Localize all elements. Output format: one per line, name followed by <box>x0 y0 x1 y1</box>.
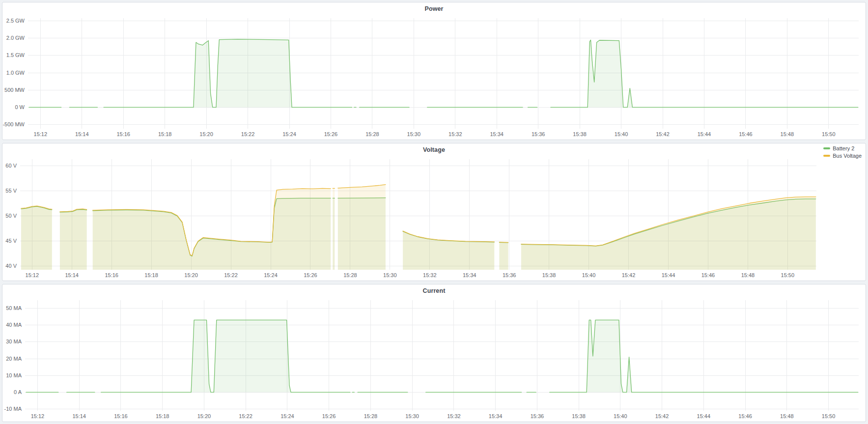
svg-text:15:40: 15:40 <box>582 272 596 278</box>
svg-text:15:30: 15:30 <box>383 272 397 278</box>
svg-text:15:48: 15:48 <box>741 272 755 278</box>
svg-text:15:36: 15:36 <box>503 272 516 278</box>
svg-text:15:16: 15:16 <box>105 272 118 278</box>
legend-item-battery-2[interactable]: Battery 2 <box>823 145 862 151</box>
svg-text:15:42: 15:42 <box>656 131 670 137</box>
svg-text:15:24: 15:24 <box>280 413 294 419</box>
svg-text:15:30: 15:30 <box>407 131 421 137</box>
svg-text:15:22: 15:22 <box>241 131 255 137</box>
svg-text:15:38: 15:38 <box>542 272 556 278</box>
svg-text:15:38: 15:38 <box>573 131 587 137</box>
svg-text:15:16: 15:16 <box>114 413 128 419</box>
bus-voltage-series-swatch-icon <box>823 155 830 157</box>
svg-text:55 V: 55 V <box>5 188 17 194</box>
current-panel: Current 15:1215:1415:1615:1815:2015:2215… <box>2 284 866 422</box>
svg-text:0 A: 0 A <box>14 389 22 395</box>
svg-text:15:14: 15:14 <box>75 131 89 137</box>
svg-text:50 V: 50 V <box>5 213 17 219</box>
svg-text:-500 MW: -500 MW <box>2 121 25 127</box>
svg-text:15:32: 15:32 <box>447 413 461 419</box>
svg-text:15:22: 15:22 <box>239 413 252 419</box>
power-panel: Power 15:1215:1415:1615:1815:2015:2215:2… <box>2 2 866 140</box>
svg-text:15:34: 15:34 <box>489 413 503 419</box>
svg-text:15:24: 15:24 <box>264 272 278 278</box>
svg-text:15:28: 15:28 <box>343 272 357 278</box>
svg-text:15:48: 15:48 <box>781 131 794 137</box>
power-chart[interactable]: 15:1215:1415:1615:1815:2015:2215:2415:26… <box>2 15 866 140</box>
power-panel-header: Power <box>2 2 866 15</box>
svg-text:15:26: 15:26 <box>304 272 317 278</box>
legend-label-bus-voltage: Bus Voltage <box>833 153 862 159</box>
svg-text:30 MA: 30 MA <box>6 339 22 344</box>
svg-text:15:44: 15:44 <box>698 131 711 137</box>
svg-text:15:50: 15:50 <box>822 413 836 419</box>
svg-text:15:40: 15:40 <box>615 131 628 137</box>
svg-text:15:34: 15:34 <box>490 131 504 137</box>
svg-text:15:26: 15:26 <box>324 131 338 137</box>
legend-item-bus-voltage[interactable]: Bus Voltage <box>823 153 862 159</box>
panel-title-current[interactable]: Current <box>423 287 446 294</box>
voltage-panel: Voltage 15:1215:1415:1615:1815:2015:2215… <box>2 143 866 281</box>
svg-text:15:20: 15:20 <box>197 413 211 419</box>
svg-text:15:18: 15:18 <box>156 413 169 419</box>
voltage-panel-header: Voltage <box>2 143 866 156</box>
svg-text:15:22: 15:22 <box>224 272 238 278</box>
svg-text:15:12: 15:12 <box>31 413 45 419</box>
svg-text:20 MA: 20 MA <box>6 356 22 362</box>
svg-text:15:28: 15:28 <box>364 413 378 419</box>
svg-text:15:32: 15:32 <box>423 272 437 278</box>
svg-text:1.0 GW: 1.0 GW <box>6 70 25 76</box>
svg-text:40 MA: 40 MA <box>6 322 22 328</box>
svg-text:50 MA: 50 MA <box>6 305 22 311</box>
svg-text:15:46: 15:46 <box>738 413 752 419</box>
svg-text:15:12: 15:12 <box>26 272 39 278</box>
svg-text:2.0 GW: 2.0 GW <box>6 35 25 41</box>
svg-text:15:18: 15:18 <box>144 272 158 278</box>
svg-text:10 MA: 10 MA <box>6 372 22 378</box>
svg-text:15:16: 15:16 <box>116 131 130 137</box>
battery-2-series-swatch-icon <box>823 147 830 149</box>
svg-text:15:26: 15:26 <box>322 413 336 419</box>
svg-text:500 MW: 500 MW <box>4 87 25 93</box>
svg-text:15:28: 15:28 <box>365 131 379 137</box>
svg-text:15:44: 15:44 <box>697 413 711 419</box>
svg-text:15:14: 15:14 <box>65 272 79 278</box>
svg-text:15:34: 15:34 <box>463 272 476 278</box>
svg-text:15:42: 15:42 <box>655 413 669 419</box>
svg-text:15:48: 15:48 <box>780 413 794 419</box>
svg-text:15:20: 15:20 <box>184 272 198 278</box>
voltage-legend: Battery 2 Bus Voltage <box>821 144 864 160</box>
svg-text:15:42: 15:42 <box>622 272 636 278</box>
voltage-chart[interactable]: 15:1215:1415:1615:1815:2015:2215:2415:26… <box>2 156 866 281</box>
dashboard: Power 15:1215:1415:1615:1815:2015:2215:2… <box>0 0 868 424</box>
svg-text:15:20: 15:20 <box>199 131 213 137</box>
panel-title-power[interactable]: Power <box>424 5 443 12</box>
svg-text:-10 MA: -10 MA <box>4 406 22 412</box>
svg-text:15:36: 15:36 <box>531 413 544 419</box>
svg-text:15:50: 15:50 <box>781 272 795 278</box>
svg-text:2.5 GW: 2.5 GW <box>6 18 25 24</box>
svg-text:15:50: 15:50 <box>822 131 836 137</box>
svg-text:15:36: 15:36 <box>532 131 545 137</box>
current-panel-header: Current <box>2 284 866 297</box>
panel-title-voltage[interactable]: Voltage <box>423 146 445 153</box>
svg-text:15:12: 15:12 <box>34 131 48 137</box>
svg-text:1.5 GW: 1.5 GW <box>6 52 25 58</box>
svg-text:15:30: 15:30 <box>405 413 419 419</box>
svg-text:15:46: 15:46 <box>701 272 715 278</box>
svg-text:15:18: 15:18 <box>158 131 172 137</box>
svg-text:45 V: 45 V <box>5 238 17 244</box>
current-chart[interactable]: 15:1215:1415:1615:1815:2015:2215:2415:26… <box>2 297 866 422</box>
svg-text:15:38: 15:38 <box>572 413 586 419</box>
svg-text:15:24: 15:24 <box>282 131 296 137</box>
svg-text:15:40: 15:40 <box>614 413 627 419</box>
svg-text:0 W: 0 W <box>15 104 25 110</box>
legend-label-battery-2: Battery 2 <box>833 145 854 151</box>
svg-text:15:44: 15:44 <box>662 272 675 278</box>
svg-text:60 V: 60 V <box>5 163 17 169</box>
svg-text:15:46: 15:46 <box>739 131 753 137</box>
svg-text:15:32: 15:32 <box>448 131 462 137</box>
svg-text:40 V: 40 V <box>5 263 17 269</box>
svg-text:15:14: 15:14 <box>72 413 86 419</box>
